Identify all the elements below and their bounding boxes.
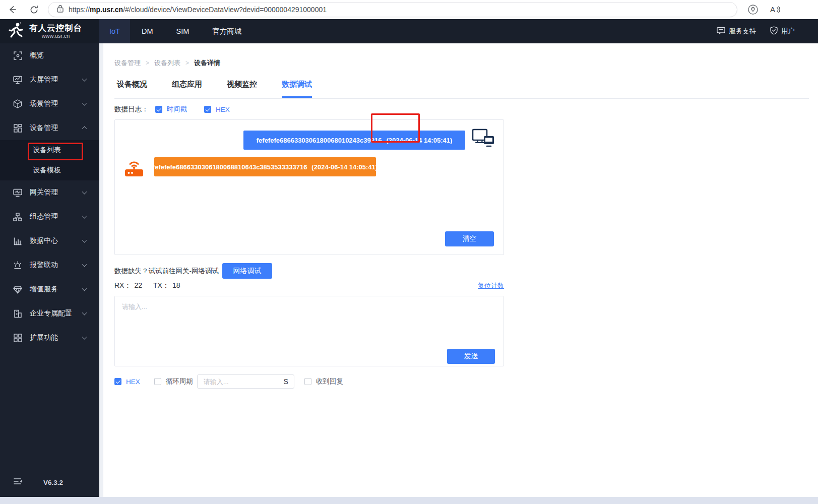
missing-data-hint-row: 数据缺失？试试前往网关-网络调试 网络调试 bbox=[114, 263, 272, 279]
received-timestamp: (2024-06-14 14:05:41) bbox=[311, 163, 377, 171]
browser-back-icon[interactable] bbox=[6, 4, 18, 16]
breadcrumb-item[interactable]: 设备管理 bbox=[114, 58, 141, 68]
breadcrumb-current: 设备详情 bbox=[194, 58, 220, 68]
tab-scada-app[interactable]: 组态应用 bbox=[172, 80, 202, 98]
sent-hex-text: fefefefe6866330306180068010243c39316 bbox=[257, 137, 382, 144]
support-menu[interactable]: 服务支持 bbox=[717, 27, 756, 36]
checkbox-checked-icon[interactable] bbox=[155, 106, 162, 113]
tab-device-overview[interactable]: 设备概况 bbox=[117, 80, 147, 98]
browser-location-icon[interactable] bbox=[747, 4, 759, 16]
overview-icon bbox=[13, 51, 22, 60]
content-gutter bbox=[99, 43, 103, 497]
gateway-icon bbox=[13, 188, 22, 197]
sidebar-item-overview[interactable]: 概览 bbox=[0, 43, 99, 68]
network-debug-button[interactable]: 网络调试 bbox=[222, 263, 272, 279]
cycle-unit-label: S bbox=[283, 377, 293, 386]
sidebar-item-extension[interactable]: 扩展功能 bbox=[0, 326, 99, 350]
clear-button[interactable]: 清空 bbox=[445, 231, 494, 246]
sent-message-bubble: fefefefe6866330306180068010243c39316 (20… bbox=[243, 131, 465, 150]
main-content: 设备管理 > 设备列表 > 设备详情 设备概况 组态应用 视频监控 数据调试 数… bbox=[103, 43, 818, 497]
device-submenu: 设备列表 设备模板 bbox=[0, 140, 99, 180]
browser-read-aloud-icon[interactable]: A bbox=[768, 4, 783, 16]
breadcrumb-item[interactable]: 设备列表 bbox=[154, 58, 180, 68]
sidebar-item-scada[interactable]: 组态管理 bbox=[0, 205, 99, 229]
url-text: https://mp.usr.cn/#/cloud/device/ViewDev… bbox=[69, 6, 327, 14]
sidebar-item-datacenter[interactable]: 数据中心 bbox=[0, 229, 99, 253]
sidebar-item-device-template[interactable]: 设备模板 bbox=[0, 160, 99, 180]
gem-badge-icon bbox=[13, 285, 22, 294]
data-log-panel: fefefefe6866330306180068010243c39316 (20… bbox=[114, 119, 504, 255]
version-label: V6.3.2 bbox=[43, 479, 63, 486]
send-message-textarea[interactable] bbox=[115, 296, 504, 344]
data-log-label: 数据日志： bbox=[114, 105, 149, 114]
platform-device-icon bbox=[472, 128, 495, 152]
chevron-down-icon bbox=[82, 101, 87, 106]
sidebar-item-vas[interactable]: 增值服务 bbox=[0, 277, 99, 301]
sent-timestamp: (2024-06-14 14:05:41) bbox=[386, 137, 452, 144]
browser-refresh-icon[interactable] bbox=[28, 4, 40, 16]
sidebar-item-gateway[interactable]: 网关管理 bbox=[0, 180, 99, 205]
router-icon bbox=[123, 155, 145, 180]
nav-tab-dm[interactable]: DM bbox=[130, 19, 165, 43]
usr-runner-logo-icon bbox=[8, 22, 25, 41]
hex-send-checkbox[interactable]: HEX bbox=[114, 378, 140, 386]
browser-address-bar[interactable]: https://mp.usr.cn/#/cloud/device/ViewDev… bbox=[48, 2, 737, 17]
send-button[interactable]: 发送 bbox=[447, 349, 495, 364]
cycle-period-checkbox[interactable]: 循环周期 bbox=[154, 377, 193, 386]
tabs-divider bbox=[114, 98, 809, 99]
tx-value: 18 bbox=[172, 281, 180, 290]
rx-label: RX： bbox=[114, 281, 131, 290]
tx-label: TX： bbox=[153, 281, 169, 290]
browser-toolbar: https://mp.usr.cn/#/cloud/device/ViewDev… bbox=[0, 0, 818, 19]
sidebar-item-bigscreen[interactable]: 大屏管理 bbox=[0, 68, 99, 92]
user-menu[interactable]: 用户 bbox=[770, 26, 795, 36]
cycle-period-input[interactable] bbox=[198, 378, 284, 386]
chevron-down-icon bbox=[82, 286, 87, 291]
missing-data-hint: 数据缺失？试试前往网关-网络调试 bbox=[114, 267, 219, 276]
sidebar-item-device[interactable]: 设备管理 bbox=[0, 116, 99, 140]
timestamp-checkbox[interactable]: 时间戳 bbox=[155, 105, 187, 114]
checkbox-checked-icon[interactable] bbox=[114, 378, 121, 385]
reset-counter-link[interactable]: 复位计数 bbox=[478, 281, 504, 290]
brand-logo-area[interactable]: 有人云控制台 www.usr.cn bbox=[0, 19, 99, 43]
nav-tab-mall[interactable]: 官方商城 bbox=[201, 19, 253, 43]
sidebar-item-device-list[interactable]: 设备列表 bbox=[0, 140, 99, 160]
data-log-options: 数据日志： 时间戳 HEX bbox=[114, 105, 247, 114]
send-input-panel: 发送 bbox=[114, 296, 504, 366]
device-grid-icon bbox=[13, 123, 22, 133]
checkbox-unchecked-icon[interactable] bbox=[304, 378, 311, 385]
sidebar-item-scene[interactable]: 场景管理 bbox=[0, 92, 99, 116]
detail-tabs: 设备概况 组态应用 视频监控 数据调试 bbox=[117, 80, 312, 98]
nav-tab-iot[interactable]: IoT bbox=[99, 19, 130, 43]
grid-squares-icon bbox=[13, 333, 22, 342]
chevron-down-icon bbox=[82, 77, 87, 82]
building-icon bbox=[13, 309, 22, 318]
nav-tab-sim[interactable]: SIM bbox=[165, 19, 201, 43]
chevron-down-icon bbox=[82, 238, 87, 243]
hex-log-checkbox[interactable]: HEX bbox=[204, 106, 230, 113]
alarm-siren-icon bbox=[13, 261, 22, 270]
breadcrumb: 设备管理 > 设备列表 > 设备详情 bbox=[114, 58, 220, 68]
svg-text:A: A bbox=[770, 5, 775, 14]
received-hex-text: fefefefe6866330306180068810643c385353333… bbox=[153, 163, 307, 171]
rx-tx-counters: RX： 22 TX： 18 复位计数 bbox=[114, 281, 504, 290]
chevron-down-icon bbox=[82, 190, 87, 195]
collapse-sidebar-icon[interactable] bbox=[14, 478, 22, 487]
app-screen: https://mp.usr.cn/#/cloud/device/ViewDev… bbox=[0, 0, 818, 504]
bigscreen-icon bbox=[13, 75, 22, 84]
chevron-down-icon bbox=[82, 214, 87, 219]
shield-icon bbox=[770, 26, 778, 36]
lock-icon bbox=[57, 5, 64, 15]
checkbox-unchecked-icon[interactable] bbox=[154, 378, 161, 385]
reply-received-checkbox[interactable]: 收到回复 bbox=[304, 377, 343, 386]
tab-data-debug[interactable]: 数据调试 bbox=[282, 80, 312, 98]
tab-video-monitor[interactable]: 视频监控 bbox=[227, 80, 257, 98]
checkbox-checked-icon[interactable] bbox=[204, 106, 211, 113]
sidebar-item-enterprise[interactable]: 企业专属配置 bbox=[0, 301, 99, 326]
sidebar-item-alarm[interactable]: 报警联动 bbox=[0, 253, 99, 277]
top-navigation: 有人云控制台 www.usr.cn IoT DM SIM 官方商城 服务支持 用… bbox=[0, 19, 818, 43]
chevron-down-icon bbox=[82, 262, 87, 267]
scene-3dbox-icon bbox=[13, 99, 22, 108]
scada-blocks-icon bbox=[13, 212, 22, 221]
chat-bubble-icon bbox=[717, 27, 725, 36]
